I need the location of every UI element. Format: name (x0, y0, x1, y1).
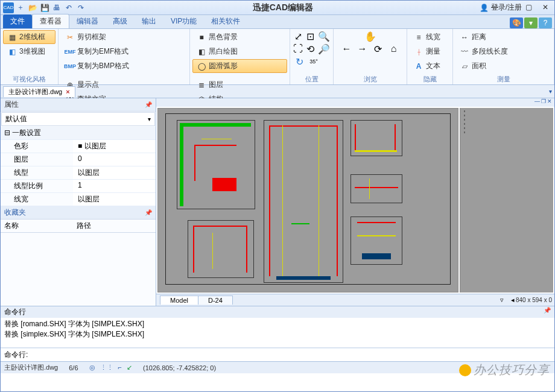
prop-value[interactable]: 0 (73, 153, 156, 166)
text-icon: A (414, 62, 423, 71)
btn-measure-toggle[interactable]: ⟊测量 (410, 45, 450, 58)
rotate-icon[interactable]: ↻ (293, 55, 306, 68)
btn-layers[interactable]: ≣图层 (192, 78, 287, 92)
btn-copy-bmp[interactable]: BMP复制为BMP格式 (61, 59, 187, 73)
btn-show-point[interactable]: ⊕显示点 (61, 78, 187, 92)
ribbon: ▦2维线框 ◧3维视图 可视化风格 ✂剪切框架 EMF复制为EMF格式 BMP复… (1, 29, 554, 85)
help-icon[interactable]: ? (539, 17, 552, 28)
polar-icon[interactable]: ↙ (127, 364, 132, 371)
print-icon[interactable]: 🖶 (51, 2, 62, 13)
btn-2d-wireframe[interactable]: ▦2维线框 (3, 30, 56, 44)
zoom-window-icon[interactable]: ⊡ (305, 30, 317, 42)
prop-key: 色彩 (1, 140, 73, 153)
label: 测量 (426, 46, 440, 57)
ortho-icon[interactable]: ⌐ (118, 364, 122, 371)
tab-related[interactable]: 相关软件 (204, 14, 247, 28)
status-count: 6/6 (69, 364, 78, 371)
prop-row-lweight[interactable]: 线宽以图层 (1, 193, 156, 206)
btn-bw-draw[interactable]: ◧黑白绘图 (192, 45, 287, 58)
fit-icon[interactable]: ⛶ (293, 43, 304, 55)
skin-icon[interactable]: 🎨 (510, 17, 523, 28)
pan-icon[interactable]: ✋ (364, 30, 377, 42)
drawing-canvas[interactable] (157, 108, 458, 292)
open-icon[interactable]: 📂 (27, 2, 38, 13)
label: 3维视图 (19, 46, 45, 57)
tab-dropdown-icon[interactable]: ▾ (549, 88, 552, 95)
group-label: 隐藏 (410, 75, 450, 84)
undo-icon[interactable]: ↶ (63, 2, 74, 13)
label: 剪切框架 (77, 32, 106, 42)
group-tools: ✂剪切框架 EMF复制为EMF格式 BMP复制为BMP格式 ⊕显示点 Ⓐ查找文字… (59, 29, 190, 84)
btn-black-bg[interactable]: ■黑色背景 (192, 30, 287, 44)
btn-copy-emf[interactable]: EMF复制为EMF格式 (61, 45, 187, 58)
mini-close-icon[interactable]: ✕ (547, 98, 552, 107)
btn-clip-frame[interactable]: ✂剪切框架 (61, 30, 187, 44)
new-icon[interactable]: ＋ (15, 2, 26, 13)
group-label: 浏览 (336, 75, 404, 84)
label: 黑白绘图 (209, 46, 238, 57)
refresh-icon[interactable]: ⟳ (372, 43, 385, 55)
tab-layout[interactable]: D-24 (198, 296, 233, 305)
zoom-extents-icon[interactable]: ⤢ (293, 30, 304, 42)
angle-icon[interactable]: 35° (307, 55, 320, 68)
btn-lineweight[interactable]: ≡线宽 (410, 30, 450, 44)
default-dropdown[interactable]: 默认值 ▾ (1, 112, 155, 126)
group-visual-style: ▦2维线框 ◧3维视图 可视化风格 (1, 29, 59, 84)
command-log[interactable]: 替换 [romand.SHX] 字体为 [SIMPLEX.SHX] 替换 [si… (1, 318, 554, 348)
btn-polylength[interactable]: 〰多段线长度 (455, 45, 551, 58)
save-icon[interactable]: 💾 (39, 2, 50, 13)
prop-category[interactable]: ⊟ 一般设置 (1, 127, 156, 140)
command-panel: 命令行 📌 替换 [romand.SHX] 字体为 [SIMPLEX.SHX] … (1, 306, 554, 361)
arrow-left-icon[interactable]: ← (340, 43, 354, 55)
zoom-prev-icon[interactable]: ⟲ (305, 43, 317, 55)
pin-icon[interactable]: 📌 (544, 307, 551, 317)
prop-key: 线宽 (1, 193, 73, 206)
tab-output[interactable]: 输出 (135, 14, 163, 28)
prop-value[interactable]: 以图层 (73, 193, 156, 206)
maximize-icon[interactable]: ▢ (521, 2, 536, 13)
col-path: 路径 (77, 221, 91, 231)
minimize-icon[interactable]: – (504, 2, 519, 13)
tab-viewer[interactable]: 查看器 (32, 14, 69, 28)
btn-text-toggle[interactable]: A文本 (410, 59, 450, 73)
btn-3d-view[interactable]: ◧3维视图 (3, 45, 56, 58)
snap-icon[interactable]: ◎ (89, 364, 95, 371)
document-tab[interactable]: 主卧设计详图.dwg × (3, 86, 75, 97)
prop-value[interactable]: 1 (73, 180, 156, 192)
grid-icon[interactable]: ⋮⋮ (100, 364, 113, 371)
prop-value[interactable]: ■ 以图层 (73, 140, 156, 153)
group-position: ⤢⊡🔍 ⛶⟲🔎 ↻35° 位置 (290, 29, 334, 84)
tab-editor[interactable]: 编辑器 (69, 14, 106, 28)
close-icon[interactable]: ✕ (538, 2, 553, 13)
zoom-in-icon[interactable]: 🔍 (317, 30, 331, 42)
prop-row-linetype[interactable]: 线型以图层 (1, 166, 156, 180)
btn-smooth-arc[interactable]: ◯圆滑弧形 (192, 59, 287, 73)
pin-icon[interactable]: 📌 (145, 209, 152, 216)
chevron-down-icon[interactable]: ▾ (524, 17, 538, 28)
tab-advanced[interactable]: 高级 (106, 14, 135, 28)
dropdown-icon[interactable]: ▿ (500, 296, 504, 304)
prop-row-layer[interactable]: 图层0 (1, 153, 156, 166)
arrow-right-icon[interactable]: → (356, 43, 369, 55)
btn-area[interactable]: ▱面积 (455, 59, 551, 73)
canvas-mini-toolbar: — ❐ ✕ (156, 98, 554, 107)
scroll-left-icon[interactable]: ◂ (511, 296, 515, 304)
app-icon[interactable]: CAD (3, 2, 14, 13)
prop-value[interactable]: 以图层 (73, 166, 156, 179)
mini-restore-icon[interactable]: ❐ (541, 98, 546, 107)
tab-file[interactable]: 文件 (3, 14, 32, 28)
command-input[interactable]: 命令行: (1, 348, 554, 361)
pin-icon[interactable]: 📌 (145, 101, 152, 108)
prop-row-color[interactable]: 色彩■ 以图层 (1, 140, 156, 153)
tab-vip[interactable]: VIP功能 (163, 14, 204, 28)
mini-minimize-icon[interactable]: — (534, 98, 540, 107)
redo-icon[interactable]: ↷ (75, 2, 86, 13)
home-icon[interactable]: ⌂ (387, 43, 401, 55)
tab-model[interactable]: Model (160, 296, 198, 305)
close-tab-icon[interactable]: × (66, 88, 69, 95)
btn-distance[interactable]: ↔距离 (455, 30, 551, 44)
prop-row-ltscale[interactable]: 线型比例1 (1, 180, 156, 193)
command-title: 命令行 (4, 307, 26, 317)
dash-icon[interactable]: — (487, 2, 503, 13)
zoom-out-icon[interactable]: 🔎 (317, 43, 331, 55)
